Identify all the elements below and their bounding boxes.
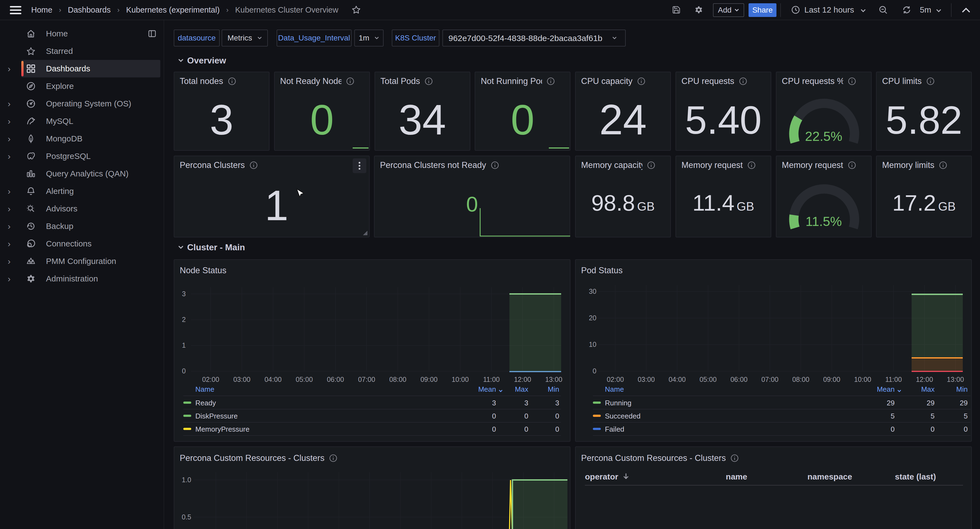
svg-text:08:00: 08:00 (792, 376, 810, 383)
svg-text:11:00: 11:00 (885, 376, 902, 383)
svg-text:09:00: 09:00 (420, 376, 438, 383)
svg-text:04:00: 04:00 (264, 376, 282, 383)
svg-text:20: 20 (589, 314, 597, 322)
svg-text:08:00: 08:00 (389, 376, 407, 383)
svg-text:12:00: 12:00 (916, 376, 933, 383)
svg-text:12:00: 12:00 (514, 376, 531, 383)
svg-text:07:00: 07:00 (358, 376, 375, 383)
svg-text:30: 30 (589, 288, 597, 295)
svg-text:07:00: 07:00 (761, 376, 779, 383)
svg-text:09:00: 09:00 (823, 376, 840, 383)
svg-text:1: 1 (182, 342, 186, 349)
svg-text:03:00: 03:00 (638, 376, 655, 383)
svg-text:05:00: 05:00 (296, 376, 313, 383)
svg-text:3: 3 (182, 290, 186, 298)
svg-text:0.5: 0.5 (182, 513, 191, 521)
svg-text:0: 0 (182, 367, 186, 375)
svg-text:13:00: 13:00 (947, 376, 964, 383)
svg-text:10:00: 10:00 (452, 376, 469, 383)
svg-text:0: 0 (593, 367, 597, 375)
svg-text:05:00: 05:00 (700, 376, 717, 383)
svg-text:02:00: 02:00 (607, 376, 624, 383)
svg-text:06:00: 06:00 (327, 376, 344, 383)
svg-text:06:00: 06:00 (730, 376, 748, 383)
svg-text:1.0: 1.0 (182, 476, 191, 484)
svg-text:2: 2 (182, 316, 186, 323)
svg-text:03:00: 03:00 (233, 376, 251, 383)
svg-text:04:00: 04:00 (669, 376, 686, 383)
svg-text:02:00: 02:00 (202, 376, 220, 383)
svg-text:10: 10 (589, 340, 597, 348)
svg-text:11:00: 11:00 (483, 376, 500, 383)
svg-text:13:00: 13:00 (545, 376, 563, 383)
svg-text:10:00: 10:00 (854, 376, 871, 383)
